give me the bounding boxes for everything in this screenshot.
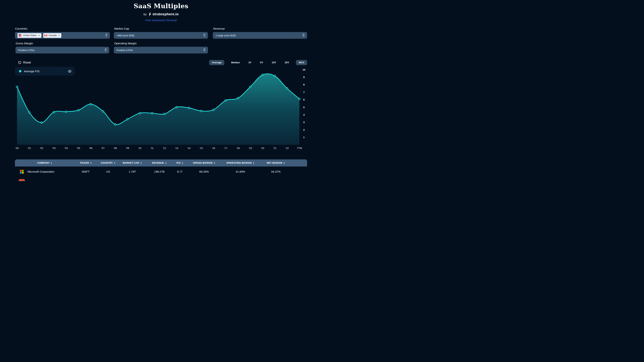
table-header-row: COMPANYTICKERCOUNTRYMARKET CAPREVENUEP/S…: [15, 159, 307, 166]
y-tick-label: 4: [303, 113, 305, 116]
x-tick-label: '15: [200, 147, 203, 150]
column-header-country[interactable]: COUNTRY: [97, 162, 119, 164]
data-point[interactable]: [78, 109, 80, 111]
column-header-label: COMPANY: [37, 162, 50, 164]
x-tick-label: '20: [261, 147, 264, 150]
x-tick-label: '01: [28, 147, 31, 150]
y-tick-label: 6: [303, 98, 305, 101]
x-tick-label: '07: [101, 147, 105, 150]
data-point[interactable]: [225, 99, 226, 101]
data-point[interactable]: [16, 86, 18, 88]
column-header-3y-rev-share[interactable]: 3Y REV/SHARE: [292, 162, 307, 164]
cell-rev_share_3y: 17.3: [292, 170, 307, 173]
cell-net_margin: 34.37%: [259, 170, 292, 173]
data-point[interactable]: [249, 86, 251, 88]
data-point[interactable]: [286, 87, 288, 89]
data-point[interactable]: [200, 110, 202, 112]
company-name: Oracle Corporation: [28, 181, 51, 181]
cell-market_cap: 1.78T: [119, 170, 145, 173]
data-point[interactable]: [114, 123, 116, 125]
table-body: Microsoft CorporationMSFTUS1.78T198.27B8…: [15, 166, 307, 181]
data-point[interactable]: [139, 112, 141, 114]
ps-multiples-chart[interactable]: [0, 0, 322, 181]
data-point[interactable]: [126, 118, 128, 120]
sort-icon: [114, 162, 115, 164]
y-tick-label: 1: [303, 136, 305, 139]
column-header-label: P/S: [176, 162, 180, 164]
cell-ps: 4.41: [173, 181, 186, 181]
sort-icon: [182, 162, 183, 164]
column-header-label: GROSS MARGIN: [193, 162, 212, 164]
cell-net_margin: 19.09%: [259, 181, 292, 181]
sort-icon: [51, 162, 52, 164]
x-tick-label: '11: [150, 147, 154, 150]
sort-icon: [140, 162, 142, 164]
sort-icon: [90, 162, 92, 164]
y-tick-label: 8: [303, 83, 305, 86]
data-point[interactable]: [212, 109, 214, 111]
cell-country: US: [97, 181, 119, 181]
cell-gross_margin: 76.11%: [186, 181, 222, 181]
y-tick-label: 10: [302, 68, 305, 71]
x-tick-label: '22: [286, 147, 289, 150]
data-point[interactable]: [151, 112, 153, 114]
table-row-microsoft[interactable]: Microsoft CorporationMSFTUS1.78T198.27B8…: [15, 166, 307, 177]
x-tick-label: '03: [52, 147, 56, 150]
cell-operating_margin: 41.69%: [222, 170, 259, 173]
cell-gross_margin: 68.26%: [186, 170, 222, 173]
column-header-p-s[interactable]: P/S: [173, 162, 186, 164]
data-point[interactable]: [262, 74, 264, 76]
column-header-label: NET MARGIN: [267, 162, 282, 164]
x-tick-label: '13: [175, 147, 178, 150]
column-header-market-cap[interactable]: MARKET CAP: [119, 162, 145, 164]
cell-country: US: [97, 170, 119, 173]
column-header-gross-margin[interactable]: GROSS MARGIN: [186, 162, 222, 164]
x-tick-label: '17: [224, 147, 227, 150]
data-point[interactable]: [188, 107, 190, 109]
sort-icon: [253, 162, 254, 164]
sort-icon: [165, 162, 166, 164]
x-tick-label: '16: [212, 147, 215, 150]
data-point[interactable]: [298, 98, 300, 100]
x-tick-label: '06: [89, 147, 92, 150]
data-point[interactable]: [28, 111, 30, 113]
data-point[interactable]: [176, 106, 178, 108]
data-point[interactable]: [65, 111, 67, 113]
column-header-operating-margin[interactable]: OPERATING MARGIN: [222, 162, 259, 164]
column-header-label: REVENUE: [152, 162, 164, 164]
column-header-revenue[interactable]: REVENUE: [145, 162, 173, 164]
column-header-label: MARKET CAP: [123, 162, 139, 164]
cell-ticker: ORC.DE: [74, 181, 97, 181]
x-tick-label: '19: [248, 147, 252, 150]
x-tick-label: '09: [126, 147, 129, 150]
cell-ps: 8.77: [173, 170, 186, 173]
cell-revenue: 42.44B: [145, 181, 173, 181]
sort-icon: [284, 162, 285, 164]
cell-operating_margin: 30.48%: [222, 181, 259, 181]
data-point[interactable]: [237, 97, 239, 99]
column-header-net-margin[interactable]: NET MARGIN: [259, 162, 292, 164]
column-header-label: OPERATING MARGIN: [226, 162, 252, 164]
x-tick-label: '08: [114, 147, 117, 150]
data-point[interactable]: [164, 113, 165, 115]
cell-rev_share_3y: 13.6: [292, 181, 307, 181]
data-point[interactable]: [274, 75, 276, 77]
x-tick-label: '05: [77, 147, 80, 150]
company-name: Microsoft Corporation: [28, 170, 54, 173]
y-tick-label: 3: [303, 121, 305, 124]
x-tick-label: '10: [138, 147, 142, 150]
y-tick-label: 7: [303, 91, 305, 93]
data-point[interactable]: [90, 103, 92, 105]
data-point[interactable]: [102, 110, 104, 112]
table-row-oracle[interactable]: ORACLEOracle CorporationORC.DEUS219.07B4…: [15, 177, 307, 181]
column-header-company[interactable]: COMPANY: [15, 162, 74, 164]
data-point[interactable]: [40, 122, 42, 123]
x-tick-label: '00: [16, 147, 19, 150]
column-header-ticker[interactable]: TICKER: [74, 162, 97, 164]
x-tick-label: '18: [236, 147, 240, 150]
cell-ticker: MSFT: [74, 170, 97, 173]
y-tick-label: 9: [303, 76, 305, 78]
x-tick-label: '04: [64, 147, 68, 150]
column-header-label: TICKER: [80, 162, 89, 164]
data-point[interactable]: [53, 111, 55, 113]
